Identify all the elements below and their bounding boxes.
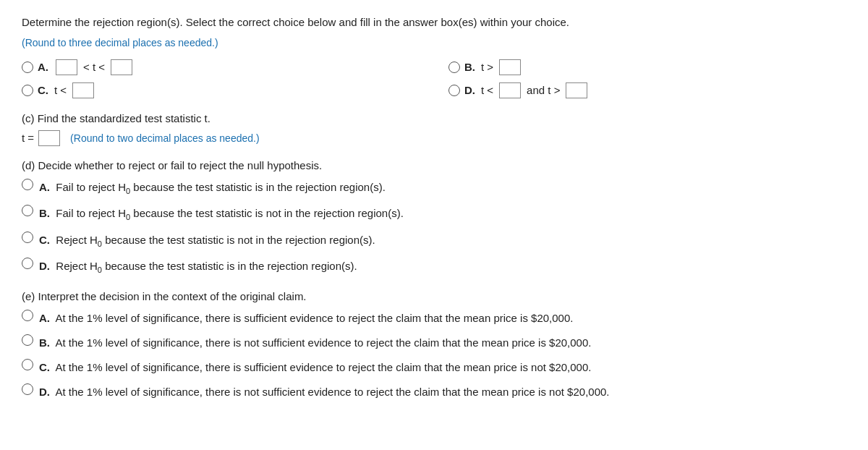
part-e-option-C-text: C. At the 1% level of significance, ther… [39, 359, 591, 376]
part-d-option-A-text: A. Fail to reject H0 because the test st… [39, 179, 386, 198]
option-C-text: t < [54, 82, 67, 99]
option-C-letter: C. [38, 82, 48, 99]
t-equals-row: t = (Round to two decimal places as need… [22, 130, 846, 146]
t-equals-text: t = [22, 132, 34, 144]
part-e-option-A-text: A. At the 1% level of significance, ther… [39, 310, 573, 327]
part-e-option-A: A. At the 1% level of significance, ther… [22, 310, 846, 327]
intro-section: Determine the rejection region(s). Selec… [22, 14, 846, 51]
option-A-letter: A. [38, 59, 48, 76]
part-e-option-D: D. At the 1% level of significance, ther… [22, 383, 846, 401]
radio-e-D[interactable] [22, 383, 33, 395]
option-A-text-lt: < t < [83, 59, 105, 76]
input-C[interactable] [72, 82, 94, 98]
rejection-option-D: D. t < and t > [448, 82, 846, 99]
part-d-section: (d) Decide whether to reject or fail to … [22, 159, 846, 277]
radio-e-A[interactable] [22, 310, 33, 321]
radio-e-C[interactable] [22, 359, 33, 370]
part-d-option-D-text: D. Reject H0 because the test statistic … [39, 258, 357, 277]
part-d-option-A: A. Fail to reject H0 because the test st… [22, 179, 846, 198]
part-d-option-D: D. Reject H0 because the test statistic … [22, 258, 846, 277]
intro-line1: Determine the rejection region(s). Selec… [22, 14, 846, 31]
rejection-option-C: C. t < [22, 82, 420, 99]
part-e-option-C: C. At the 1% level of significance, ther… [22, 359, 846, 376]
option-D-text-pre: t < [481, 82, 493, 99]
round-note-c: (Round to two decimal places as needed.) [70, 132, 259, 144]
part-c-section: (c) Find the standardized test statistic… [22, 112, 846, 146]
part-c-label: (c) Find the standardized test statistic… [22, 112, 846, 124]
part-e-section: (e) Interpret the decision in the contex… [22, 290, 846, 401]
part-d-option-C: C. Reject H0 because the test statistic … [22, 232, 846, 251]
part-e-option-B: B. At the 1% level of significance, ther… [22, 334, 846, 352]
part-d-option-B: B. Fail to reject H0 because the test st… [22, 205, 846, 224]
part-e-label: (e) Interpret the decision in the contex… [22, 290, 846, 302]
option-B-text: t > [481, 59, 493, 76]
radio-d-B[interactable] [22, 205, 33, 216]
radio-d-A[interactable] [22, 179, 33, 190]
rejection-option-B: B. t > [448, 59, 846, 76]
input-A-right[interactable] [111, 59, 132, 75]
part-d-label: (d) Decide whether to reject or fail to … [22, 159, 846, 171]
input-A-left[interactable] [56, 59, 77, 75]
input-t[interactable] [38, 130, 60, 146]
input-D-left[interactable] [499, 82, 521, 98]
radio-A[interactable] [22, 61, 33, 73]
radio-D[interactable] [448, 85, 460, 96]
part-e-option-B-text: B. At the 1% level of significance, ther… [39, 334, 591, 352]
radio-d-D[interactable] [22, 258, 33, 269]
input-B[interactable] [499, 59, 521, 75]
part-d-option-B-text: B. Fail to reject H0 because the test st… [39, 205, 404, 224]
option-D-letter: D. [464, 82, 475, 99]
radio-C[interactable] [22, 85, 33, 96]
input-D-right[interactable] [566, 82, 587, 98]
part-d-option-C-text: C. Reject H0 because the test statistic … [39, 232, 375, 251]
rejection-options: A. < t < B. t > C. t < D. t < and t > [22, 59, 846, 99]
radio-d-C[interactable] [22, 232, 33, 243]
radio-B[interactable] [448, 61, 460, 73]
intro-line2: (Round to three decimal places as needed… [22, 35, 846, 51]
radio-e-B[interactable] [22, 334, 33, 346]
rejection-option-A: A. < t < [22, 59, 420, 76]
option-D-and: and t > [527, 82, 560, 99]
part-e-option-D-text: D. At the 1% level of significance, ther… [39, 383, 610, 401]
option-B-letter: B. [464, 59, 475, 76]
